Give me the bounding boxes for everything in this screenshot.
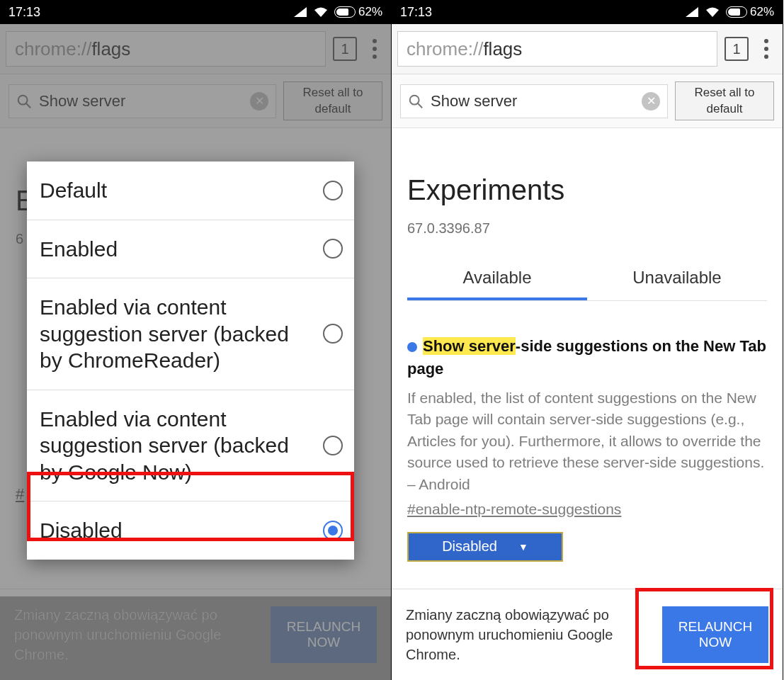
option-disabled[interactable]: Disabled <box>27 502 354 560</box>
relaunch-footer: Zmiany zaczną obowiązywać po ponownym ur… <box>392 589 783 680</box>
relaunch-message: Zmiany zaczną obowiązywać po ponownym ur… <box>406 605 652 664</box>
clear-search-icon[interactable]: ✕ <box>642 92 660 110</box>
experiments-heading: Experiments <box>407 174 767 206</box>
signal-icon <box>293 6 307 18</box>
flag-state-select[interactable]: Disabled ▼ <box>407 532 563 562</box>
wifi-icon <box>313 6 329 18</box>
android-statusbar: 17:13 62% <box>392 0 783 24</box>
radio-icon-selected <box>323 521 343 540</box>
experiments-tabs: Available Unavailable <box>407 258 767 301</box>
status-time: 17:13 <box>8 5 40 20</box>
radio-icon <box>323 324 343 344</box>
url-path: flags <box>483 38 522 60</box>
url-scheme: chrome:// <box>407 38 483 60</box>
tab-available[interactable]: Available <box>407 258 587 300</box>
radio-icon <box>323 436 343 455</box>
chrome-version: 67.0.3396.87 <box>407 220 767 237</box>
option-enabled-googlenow[interactable]: Enabled via content suggestion server (b… <box>27 390 354 502</box>
status-icons: 62% <box>685 5 774 19</box>
svg-point-2 <box>410 95 419 104</box>
battery-icon <box>726 6 747 18</box>
option-enabled[interactable]: Enabled <box>27 220 354 279</box>
search-query: Show server <box>431 92 517 110</box>
flags-search-row: Show server ✕ Reset all to default <box>392 74 783 128</box>
signal-icon <box>685 6 699 18</box>
battery-percent: 62% <box>358 5 382 19</box>
radio-icon <box>323 239 343 259</box>
svg-line-3 <box>418 103 422 107</box>
flag-title: Show server-side suggestions on the New … <box>407 335 767 380</box>
battery-percent: 62% <box>750 5 774 19</box>
option-enabled-chromereader[interactable]: Enabled via content suggestion server (b… <box>27 278 354 390</box>
option-default[interactable]: Default <box>27 162 354 220</box>
tab-unavailable[interactable]: Unavailable <box>587 258 767 300</box>
android-statusbar: 17:13 62% <box>0 0 391 24</box>
flag-hash-link[interactable]: #enable-ntp-remote-suggestions <box>407 501 767 518</box>
relaunch-button[interactable]: RELAUNCH NOW <box>662 606 768 663</box>
status-time: 17:13 <box>400 5 432 20</box>
page-content: Experiments 67.0.3396.87 Available Unava… <box>392 128 783 638</box>
url-bar[interactable]: chrome://flags <box>397 31 717 67</box>
chrome-toolbar: chrome://flags 1 <box>392 24 783 74</box>
wifi-icon <box>705 6 720 18</box>
more-menu-icon[interactable] <box>756 39 777 59</box>
flag-description: If enabled, the list of content suggesti… <box>407 387 767 495</box>
tab-switcher-button[interactable]: 1 <box>725 37 749 61</box>
status-icons: 62% <box>293 5 382 19</box>
flags-search-input[interactable]: Show server ✕ <box>400 84 668 118</box>
search-highlight: Show server <box>423 337 516 355</box>
flag-item: Show server-side suggestions on the New … <box>407 335 767 562</box>
reset-all-button[interactable]: Reset all to default <box>675 81 774 120</box>
select-options-popup: Default Enabled Enabled via content sugg… <box>27 162 354 560</box>
screenshot-right: 17:13 62% chrome://flags 1 Show ser <box>392 0 783 680</box>
screenshot-left: 17:13 62% chrome://flags 1 Show ser <box>0 0 392 680</box>
search-icon <box>408 94 424 109</box>
dropdown-arrow-icon: ▼ <box>518 541 528 552</box>
modified-dot-icon <box>407 342 417 352</box>
battery-icon <box>334 6 356 18</box>
radio-icon <box>323 181 343 200</box>
